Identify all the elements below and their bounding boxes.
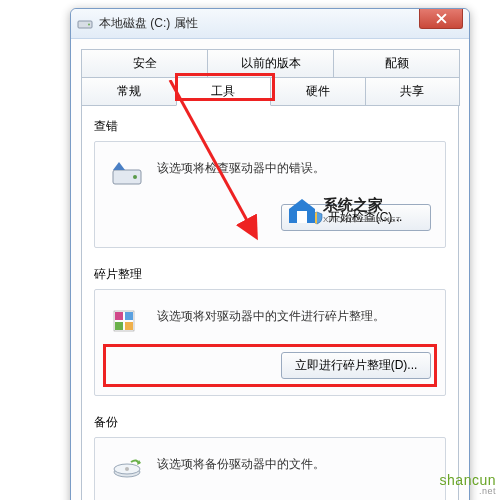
defrag-desc: 该选项将对驱动器中的文件进行碎片整理。 [157, 304, 385, 325]
group-backup: 备份 该选项将备份驱动器中的文件。 开始备份(B)... [94, 414, 446, 500]
dialog-content: 安全 以前的版本 配额 常规 工具 硬件 共享 查错 [71, 39, 469, 500]
tools-panel: 查错 该选项将检查驱动器中的错误。 [81, 106, 459, 500]
watermark-shancun: shancun.net [440, 472, 496, 496]
properties-dialog: 本地磁盘 (C:) 属性 安全 以前的版本 配额 常规 工具 硬件 共享 [70, 8, 470, 500]
backup-label: 备份 [94, 414, 446, 431]
tab-tools[interactable]: 工具 [176, 77, 272, 106]
tab-previous-versions[interactable]: 以前的版本 [207, 49, 334, 78]
group-defrag: 碎片整理 [94, 266, 446, 396]
backup-box: 该选项将备份驱动器中的文件。 开始备份(B)... [94, 437, 446, 500]
defrag-now-label: 立即进行碎片整理(D)... [295, 357, 418, 374]
svg-rect-6 [115, 322, 123, 330]
defrag-now-button[interactable]: 立即进行碎片整理(D)... [281, 352, 431, 379]
tab-quota[interactable]: 配额 [333, 49, 460, 78]
tab-hardware[interactable]: 硬件 [270, 77, 366, 106]
svg-point-11 [125, 467, 129, 471]
tab-general[interactable]: 常规 [81, 77, 177, 106]
defrag-icon [109, 304, 145, 340]
defrag-box: 该选项将对驱动器中的文件进行碎片整理。 立即进行碎片整理(D)... [94, 289, 446, 396]
svg-rect-4 [115, 312, 123, 320]
tab-row-1: 安全 以前的版本 配额 [81, 49, 459, 78]
check-box: 该选项将检查驱动器中的错误。 开始检查(C)... [94, 141, 446, 248]
check-disk-icon [109, 156, 145, 192]
backup-icon [109, 452, 145, 488]
window-controls [419, 9, 469, 29]
defrag-label: 碎片整理 [94, 266, 446, 283]
drive-icon [77, 16, 93, 32]
close-button[interactable] [419, 9, 463, 29]
titlebar[interactable]: 本地磁盘 (C:) 属性 [71, 9, 469, 39]
tabs-container: 安全 以前的版本 配额 常规 工具 硬件 共享 查错 [81, 49, 459, 500]
start-check-label: 开始检查(C)... [328, 209, 403, 226]
svg-rect-7 [125, 322, 133, 330]
svg-point-3 [133, 175, 137, 179]
tab-sharing[interactable]: 共享 [365, 77, 461, 106]
backup-desc: 该选项将备份驱动器中的文件。 [157, 452, 325, 473]
group-check: 查错 该选项将检查驱动器中的错误。 [94, 118, 446, 248]
tab-security[interactable]: 安全 [81, 49, 208, 78]
check-desc: 该选项将检查驱动器中的错误。 [157, 156, 325, 177]
check-label: 查错 [94, 118, 446, 135]
svg-rect-5 [125, 312, 133, 320]
shield-icon [310, 211, 324, 225]
tab-row-2: 常规 工具 硬件 共享 [81, 77, 459, 106]
start-check-button[interactable]: 开始检查(C)... [281, 204, 431, 231]
svg-point-1 [88, 23, 90, 25]
window-title: 本地磁盘 (C:) 属性 [99, 15, 198, 32]
